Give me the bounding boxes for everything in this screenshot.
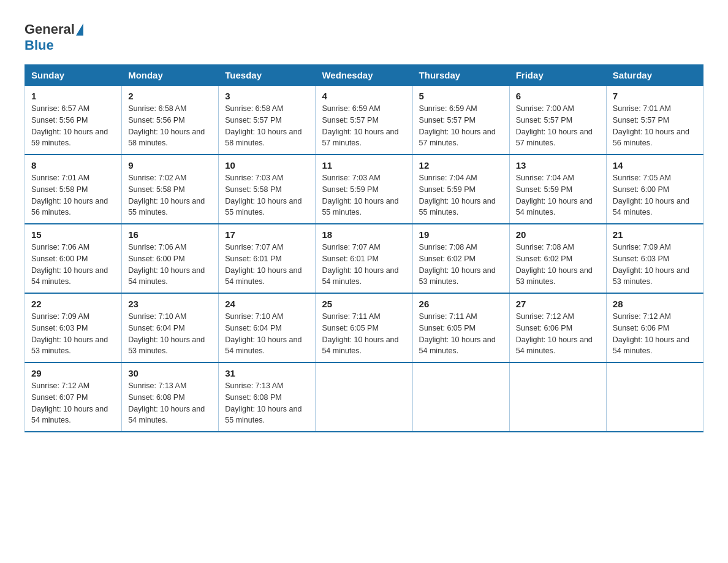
day-number: 31: [225, 368, 309, 378]
day-info: Sunrise: 7:01 AMSunset: 5:57 PMDaylight:…: [613, 103, 697, 149]
day-number: 7: [613, 91, 697, 101]
header: General Blue: [25, 18, 703, 53]
day-number: 22: [31, 299, 115, 309]
calendar-cell: 31Sunrise: 7:13 AMSunset: 6:08 PMDayligh…: [219, 362, 316, 432]
calendar-cell: 25Sunrise: 7:11 AMSunset: 6:05 PMDayligh…: [316, 293, 412, 362]
calendar-cell: [606, 362, 703, 432]
calendar-cell: 13Sunrise: 7:04 AMSunset: 5:59 PMDayligh…: [509, 155, 606, 224]
day-info: Sunrise: 7:04 AMSunset: 5:59 PMDaylight:…: [516, 172, 600, 218]
day-number: 11: [322, 160, 406, 170]
day-info: Sunrise: 7:10 AMSunset: 6:04 PMDaylight:…: [225, 311, 309, 357]
calendar-cell: 18Sunrise: 7:07 AMSunset: 6:01 PMDayligh…: [316, 224, 412, 293]
column-header-wednesday: Wednesday: [316, 65, 412, 86]
day-number: 26: [419, 299, 503, 309]
calendar-week-row: 1Sunrise: 6:57 AMSunset: 5:56 PMDaylight…: [25, 86, 703, 155]
day-info: Sunrise: 7:00 AMSunset: 5:57 PMDaylight:…: [516, 103, 600, 149]
logo: General Blue: [25, 21, 85, 53]
calendar-cell: 7Sunrise: 7:01 AMSunset: 5:57 PMDaylight…: [606, 86, 703, 155]
calendar-cell: 9Sunrise: 7:02 AMSunset: 5:58 PMDaylight…: [122, 155, 219, 224]
day-info: Sunrise: 7:07 AMSunset: 6:01 PMDaylight:…: [225, 242, 309, 288]
day-number: 24: [225, 299, 309, 309]
day-number: 21: [613, 229, 697, 240]
day-info: Sunrise: 7:12 AMSunset: 6:06 PMDaylight:…: [516, 311, 600, 357]
calendar-cell: 10Sunrise: 7:03 AMSunset: 5:58 PMDayligh…: [219, 155, 316, 224]
day-number: 19: [419, 229, 503, 240]
day-info: Sunrise: 7:03 AMSunset: 5:59 PMDaylight:…: [322, 172, 406, 218]
day-info: Sunrise: 7:04 AMSunset: 5:59 PMDaylight:…: [419, 172, 503, 218]
calendar-cell: 2Sunrise: 6:58 AMSunset: 5:56 PMDaylight…: [122, 86, 219, 155]
day-number: 13: [516, 160, 600, 170]
day-info: Sunrise: 6:58 AMSunset: 5:56 PMDaylight:…: [128, 103, 212, 149]
day-number: 27: [516, 299, 600, 309]
day-info: Sunrise: 7:11 AMSunset: 6:05 PMDaylight:…: [322, 311, 406, 357]
calendar-week-row: 22Sunrise: 7:09 AMSunset: 6:03 PMDayligh…: [25, 293, 703, 362]
day-number: 4: [322, 91, 406, 101]
day-number: 18: [322, 229, 406, 240]
day-info: Sunrise: 7:06 AMSunset: 6:00 PMDaylight:…: [128, 242, 212, 288]
day-info: Sunrise: 7:09 AMSunset: 6:03 PMDaylight:…: [613, 242, 697, 288]
calendar-week-row: 29Sunrise: 7:12 AMSunset: 6:07 PMDayligh…: [25, 362, 703, 432]
day-info: Sunrise: 7:08 AMSunset: 6:02 PMDaylight:…: [516, 242, 600, 288]
day-number: 20: [516, 229, 600, 240]
column-header-thursday: Thursday: [412, 65, 509, 86]
calendar-cell: 19Sunrise: 7:08 AMSunset: 6:02 PMDayligh…: [412, 224, 509, 293]
day-info: Sunrise: 6:59 AMSunset: 5:57 PMDaylight:…: [419, 103, 503, 149]
day-number: 9: [128, 160, 212, 170]
calendar-cell: 28Sunrise: 7:12 AMSunset: 6:06 PMDayligh…: [606, 293, 703, 362]
calendar-cell: 20Sunrise: 7:08 AMSunset: 6:02 PMDayligh…: [509, 224, 606, 293]
calendar-cell: 4Sunrise: 6:59 AMSunset: 5:57 PMDaylight…: [316, 86, 412, 155]
day-number: 23: [128, 299, 212, 309]
logo-blue-text: Blue: [25, 37, 54, 53]
day-number: 14: [613, 160, 697, 170]
day-number: 17: [225, 229, 309, 240]
day-info: Sunrise: 7:01 AMSunset: 5:58 PMDaylight:…: [31, 172, 115, 218]
calendar-cell: 21Sunrise: 7:09 AMSunset: 6:03 PMDayligh…: [606, 224, 703, 293]
calendar-header-row: SundayMondayTuesdayWednesdayThursdayFrid…: [25, 65, 703, 86]
column-header-saturday: Saturday: [606, 65, 703, 86]
calendar-cell: 29Sunrise: 7:12 AMSunset: 6:07 PMDayligh…: [25, 362, 122, 432]
column-header-friday: Friday: [509, 65, 606, 86]
day-info: Sunrise: 7:12 AMSunset: 6:07 PMDaylight:…: [31, 380, 115, 426]
day-number: 28: [613, 299, 697, 309]
calendar-cell: 3Sunrise: 6:58 AMSunset: 5:57 PMDaylight…: [219, 86, 316, 155]
day-info: Sunrise: 7:11 AMSunset: 6:05 PMDaylight:…: [419, 311, 503, 357]
logo-general-text: General: [25, 21, 75, 37]
day-number: 1: [31, 91, 115, 101]
calendar-cell: 15Sunrise: 7:06 AMSunset: 6:00 PMDayligh…: [25, 224, 122, 293]
day-info: Sunrise: 7:12 AMSunset: 6:06 PMDaylight:…: [613, 311, 697, 357]
calendar-cell: 30Sunrise: 7:13 AMSunset: 6:08 PMDayligh…: [122, 362, 219, 432]
column-header-tuesday: Tuesday: [219, 65, 316, 86]
day-number: 16: [128, 229, 212, 240]
day-number: 30: [128, 368, 212, 378]
day-info: Sunrise: 7:07 AMSunset: 6:01 PMDaylight:…: [322, 242, 406, 288]
day-number: 2: [128, 91, 212, 101]
column-header-monday: Monday: [122, 65, 219, 86]
logo-triangle-icon: [76, 23, 83, 36]
calendar-cell: [509, 362, 606, 432]
calendar-cell: 5Sunrise: 6:59 AMSunset: 5:57 PMDaylight…: [412, 86, 509, 155]
calendar-week-row: 15Sunrise: 7:06 AMSunset: 6:00 PMDayligh…: [25, 224, 703, 293]
calendar-cell: 14Sunrise: 7:05 AMSunset: 6:00 PMDayligh…: [606, 155, 703, 224]
day-info: Sunrise: 7:08 AMSunset: 6:02 PMDaylight:…: [419, 242, 503, 288]
calendar-cell: 12Sunrise: 7:04 AMSunset: 5:59 PMDayligh…: [412, 155, 509, 224]
day-info: Sunrise: 7:09 AMSunset: 6:03 PMDaylight:…: [31, 311, 115, 357]
calendar-cell: 1Sunrise: 6:57 AMSunset: 5:56 PMDaylight…: [25, 86, 122, 155]
day-number: 15: [31, 229, 115, 240]
day-info: Sunrise: 7:13 AMSunset: 6:08 PMDaylight:…: [128, 380, 212, 426]
calendar-cell: 22Sunrise: 7:09 AMSunset: 6:03 PMDayligh…: [25, 293, 122, 362]
calendar-cell: 11Sunrise: 7:03 AMSunset: 5:59 PMDayligh…: [316, 155, 412, 224]
day-info: Sunrise: 7:06 AMSunset: 6:00 PMDaylight:…: [31, 242, 115, 288]
calendar-cell: 17Sunrise: 7:07 AMSunset: 6:01 PMDayligh…: [219, 224, 316, 293]
column-header-sunday: Sunday: [25, 65, 122, 86]
day-number: 29: [31, 368, 115, 378]
calendar-cell: 23Sunrise: 7:10 AMSunset: 6:04 PMDayligh…: [122, 293, 219, 362]
day-number: 10: [225, 160, 309, 170]
day-number: 6: [516, 91, 600, 101]
day-info: Sunrise: 7:03 AMSunset: 5:58 PMDaylight:…: [225, 172, 309, 218]
calendar-cell: 8Sunrise: 7:01 AMSunset: 5:58 PMDaylight…: [25, 155, 122, 224]
day-info: Sunrise: 6:57 AMSunset: 5:56 PMDaylight:…: [31, 103, 115, 149]
calendar-cell: 24Sunrise: 7:10 AMSunset: 6:04 PMDayligh…: [219, 293, 316, 362]
calendar-cell: 6Sunrise: 7:00 AMSunset: 5:57 PMDaylight…: [509, 86, 606, 155]
day-number: 12: [419, 160, 503, 170]
day-info: Sunrise: 7:13 AMSunset: 6:08 PMDaylight:…: [225, 380, 309, 426]
